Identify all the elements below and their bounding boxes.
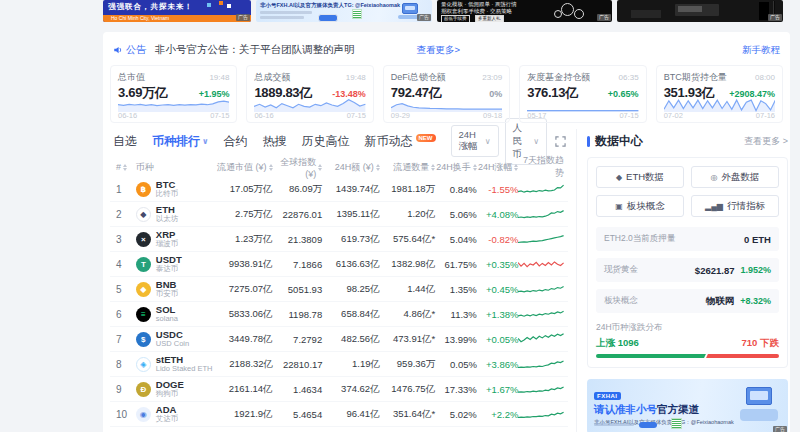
data-center-button-1[interactable]: ◆ETH数据 — [596, 166, 684, 188]
sidebar-ad-banner[interactable]: FXHAI 请认准非小号官方渠道 非小号FXH.AI以及官方媒体负责人TG：@F… — [587, 379, 788, 432]
data-center-row-3[interactable]: 板块概念物联网+8.32% — [596, 289, 779, 313]
ad-banner-2[interactable]: 非小号FXH.AI以及官方媒体负责人TG: @Feixiaohaomak 广告 — [256, 0, 432, 22]
tab-label: 热搜 — [263, 133, 287, 150]
ad-tag: 广告 — [417, 14, 431, 21]
column-label: 流通数量 — [393, 161, 429, 174]
data-center-button-3[interactable]: ▣板块概念 — [596, 195, 684, 217]
column-header: 7天指数趋势 — [518, 154, 564, 180]
turnover-24h: 5.02% — [435, 409, 477, 420]
desk-illustration — [631, 10, 661, 18]
market-cap: 5833.06亿 — [211, 308, 272, 321]
table-row[interactable]: 10 ◉ ADA 艾达币 1921.9亿 5.4654 96.41亿 351.6… — [110, 402, 568, 427]
table-row[interactable]: 3 × XRP 瑞波币 1.23万亿 21.3809 619.73亿 575.6… — [110, 227, 568, 252]
stat-card[interactable]: 灰度基金持仓额 06:35 376.13亿 +0.65% 05-17 07-15 — [519, 65, 646, 123]
view-more-link[interactable]: 查看更多> — [417, 44, 461, 57]
stat-date-end: 07-15 — [347, 111, 366, 120]
row-label: 板块概念 — [604, 295, 638, 307]
ad1-footer: Ho Chi Minh City, Vietnam — [103, 15, 251, 22]
coin-cell: ฿ BTC 比特币 — [136, 180, 211, 198]
column-header[interactable]: # — [110, 162, 136, 172]
beginner-tutorial-link[interactable]: 新手教程 — [742, 44, 780, 57]
global-index: 1198.78 — [273, 309, 323, 320]
distribution-bar — [596, 354, 779, 358]
column-label: 币种 — [136, 161, 154, 174]
table-row[interactable]: 4 T USDT 泰达币 9938.91亿 7.1866 6136.63亿 13… — [110, 252, 568, 277]
rings-illustration — [561, 3, 574, 16]
turnover-24h: 5.04% — [435, 234, 477, 245]
table-row[interactable]: 2 ◆ ETH 以太坊 2.75万亿 22876.01 1395.11亿 1.2… — [110, 202, 568, 227]
stat-date-end: 07-15 — [619, 111, 638, 120]
tab-5[interactable]: 历史高位 — [302, 133, 350, 150]
ad-banner-3[interactable]: 量化模板 · 低佣跟单 · 震荡行情 期权套利零手续费 · 交易策略 超低手续费… — [437, 0, 612, 22]
table-row[interactable]: 8 ◈ stETH Lido Staked ETH 2188.32亿 22810… — [110, 352, 568, 377]
table-row[interactable]: 1 ฿ BTC 比特币 17.05万亿 86.09万 1439.74亿 1981… — [110, 177, 568, 202]
column-header[interactable]: 流通数量 — [380, 161, 436, 174]
fullscreen-icon[interactable] — [555, 136, 566, 147]
global-index: 5.4654 — [273, 409, 323, 420]
volume-24h: 96.41亿 — [322, 408, 379, 421]
sidebar-ad-button[interactable] — [639, 422, 657, 428]
ad2-button[interactable] — [318, 14, 338, 22]
btc-icon: ฿ — [136, 182, 151, 197]
coin-cell: ◈ stETH Lido Staked ETH — [136, 355, 212, 373]
stat-date-end: 07-16 — [756, 111, 775, 120]
table-row[interactable]: 7 $ USDC USD Coin 3449.78亿 7.2792 482.56… — [110, 327, 568, 352]
column-header[interactable]: 24H换手 — [435, 161, 477, 174]
coin-cell: × XRP 瑞波币 — [136, 230, 211, 248]
circulating-supply: 1382.98亿 — [380, 258, 436, 271]
market-cap: 2188.32亿 — [212, 358, 273, 371]
coin-cell: T USDT 泰达币 — [136, 255, 211, 273]
announcement-text[interactable]: 非小号官方公告：关于平台团队调整的声明 — [155, 43, 355, 57]
data-center-row-2[interactable]: 现货黄金$2621.871.952% — [596, 258, 779, 282]
change-24h: +2.2% — [477, 409, 519, 420]
ad-banner-1[interactable]: 强强联合，共探未来！ Ho Chi Minh City, Vietnam 广告 — [103, 0, 251, 22]
stat-card[interactable]: 总市值 19:48 3.69万亿 +1.95% 06-16 07-15 — [110, 65, 237, 123]
change-24h: +0.35% — [477, 259, 519, 270]
sparkline — [518, 356, 564, 372]
announcement-badge-label: 公告 — [126, 43, 146, 57]
column-header[interactable]: 流通市值 (¥) — [211, 161, 272, 174]
tab-6[interactable]: 新币动态NEW — [365, 133, 436, 150]
ad-tag: 广告 — [236, 14, 250, 21]
table-row[interactable]: 6 ≡ SOL solana 5833.06亿 1198.78 658.84亿 … — [110, 302, 568, 327]
table-row[interactable]: 9 Ð DOGE 狗狗币 2161.14亿 1.4634 374.62亿 147… — [110, 377, 568, 402]
qr-code — [671, 418, 682, 429]
sidebar: 数据中心 查看更多 > ◆ETH数据◎外盘数据▣板块概念▂▄▆行情指标 ETH2… — [576, 129, 790, 432]
rank: 8 — [110, 359, 136, 370]
tab-2[interactable]: 币种排行∨ — [152, 133, 209, 150]
data-center-button-2[interactable]: ◎外盘数据 — [691, 166, 779, 188]
table-row[interactable]: 5 ◆ BNB 币安币 7275.07亿 5051.93 98.25亿 1.44… — [110, 277, 568, 302]
row-label: 现货黄金 — [604, 264, 638, 276]
filter-dropdown-1[interactable]: 24H涨幅∨ — [451, 125, 499, 157]
rings-illustration — [574, 9, 584, 19]
tab-1[interactable]: 自选 — [113, 133, 137, 150]
chevron-down-icon: ∨ — [485, 137, 491, 146]
stat-mini-chart — [391, 98, 502, 112]
stat-title: 灰度基金持仓额 — [527, 71, 590, 84]
rank: 10 — [110, 409, 136, 420]
distribution-counts: 上涨 1096 710 下跌 — [596, 337, 779, 350]
volume-24h: 619.73亿 — [322, 233, 379, 246]
circulating-supply: 575.64亿* — [380, 233, 436, 246]
stat-title: 总成交额 — [254, 71, 290, 84]
data-center-header: 数据中心 查看更多 > — [587, 133, 788, 150]
market-cap: 9938.91亿 — [211, 258, 272, 271]
stat-card[interactable]: BTC期货持仓量 08:00 351.93亿 +2908.47% 07-02 0… — [656, 65, 783, 123]
stat-card[interactable]: DeFi总锁仓额 23:09 792.47亿 0% 09-29 09-18 — [383, 65, 510, 123]
column-label: 24H涨幅 — [478, 161, 513, 174]
data-center-row-1[interactable]: ETH2.0当前质押量0 ETH — [596, 227, 779, 251]
stat-time: 06:35 — [619, 73, 639, 82]
turnover-24h: 61.75% — [435, 259, 477, 270]
data-center-button-4[interactable]: ▂▄▆行情指标 — [691, 195, 779, 217]
stat-card[interactable]: 总成交额 19:48 1889.83亿 -13.48% 06-16 07-15 — [246, 65, 373, 123]
column-header[interactable]: 24H涨幅 — [477, 161, 519, 174]
column-header[interactable]: 24H额 (¥) — [322, 161, 379, 174]
tab-4[interactable]: 热搜 — [263, 133, 287, 150]
market-cap: 2.75万亿 — [211, 208, 272, 221]
column-header[interactable]: 全球指数 (¥) — [273, 156, 323, 179]
stat-mini-chart — [664, 98, 775, 112]
ad-banner-4[interactable]: 广告 — [617, 0, 783, 22]
tab-3[interactable]: 合约 — [224, 133, 248, 150]
data-center-more-link[interactable]: 查看更多 > — [744, 135, 788, 148]
turnover-24h: 0.05% — [435, 359, 477, 370]
